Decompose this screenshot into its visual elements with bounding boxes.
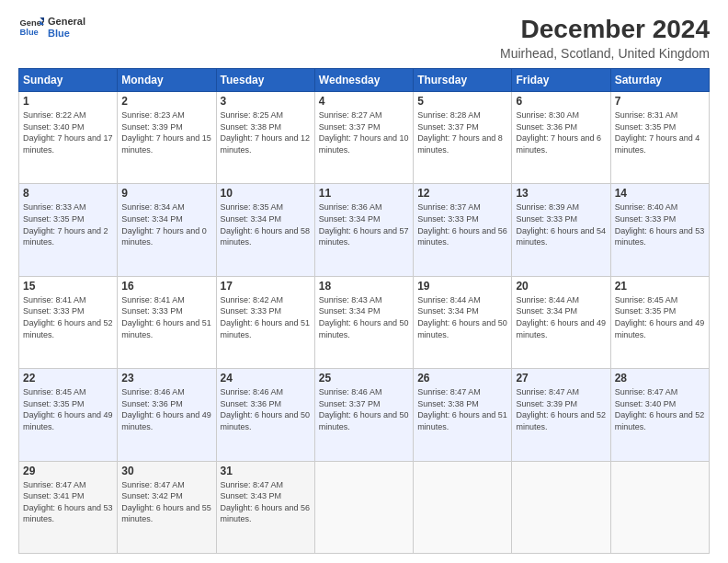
table-row: 30Sunrise: 8:47 AMSunset: 3:42 PMDayligh… [118, 461, 216, 553]
col-header-monday: Monday [118, 69, 216, 92]
day-number: 21 [615, 280, 705, 293]
day-info: Sunrise: 8:37 AMSunset: 3:33 PMDaylight:… [417, 201, 507, 247]
table-row: 25Sunrise: 8:46 AMSunset: 3:37 PMDayligh… [314, 369, 413, 461]
table-row: 22Sunrise: 8:45 AMSunset: 3:35 PMDayligh… [19, 369, 118, 461]
table-row: 13Sunrise: 8:39 AMSunset: 3:33 PMDayligh… [512, 184, 610, 276]
day-number: 26 [417, 372, 507, 385]
day-number: 6 [516, 95, 606, 108]
day-number: 1 [23, 95, 113, 108]
table-row: 5Sunrise: 8:28 AMSunset: 3:37 PMDaylight… [414, 92, 512, 184]
calendar-week-5: 29Sunrise: 8:47 AMSunset: 3:41 PMDayligh… [19, 461, 710, 553]
day-number: 11 [319, 187, 409, 200]
day-info: Sunrise: 8:41 AMSunset: 3:33 PMDaylight:… [121, 294, 211, 340]
day-number: 10 [221, 187, 311, 200]
calendar-header-row: SundayMondayTuesdayWednesdayThursdayFrid… [19, 69, 710, 92]
table-row: 11Sunrise: 8:36 AMSunset: 3:34 PMDayligh… [314, 184, 413, 276]
table-row: 6Sunrise: 8:30 AMSunset: 3:36 PMDaylight… [512, 92, 610, 184]
day-info: Sunrise: 8:23 AMSunset: 3:39 PMDaylight:… [121, 109, 211, 155]
day-info: Sunrise: 8:47 AMSunset: 3:40 PMDaylight:… [615, 386, 705, 432]
location-subtitle: Muirhead, Scotland, United Kingdom [500, 46, 710, 61]
col-header-sunday: Sunday [19, 69, 118, 92]
day-info: Sunrise: 8:47 AMSunset: 3:42 PMDaylight:… [121, 479, 211, 525]
day-number: 2 [121, 95, 211, 108]
day-number: 4 [319, 95, 409, 108]
col-header-thursday: Thursday [414, 69, 512, 92]
day-info: Sunrise: 8:46 AMSunset: 3:36 PMDaylight:… [121, 386, 211, 432]
page-header: General Blue General Blue December 2024 … [18, 15, 710, 61]
title-block: December 2024 Muirhead, Scotland, United… [500, 15, 710, 61]
table-row [610, 461, 709, 553]
table-row [314, 461, 413, 553]
col-header-friday: Friday [512, 69, 610, 92]
day-info: Sunrise: 8:30 AMSunset: 3:36 PMDaylight:… [516, 109, 606, 155]
day-info: Sunrise: 8:46 AMSunset: 3:37 PMDaylight:… [319, 386, 409, 432]
day-info: Sunrise: 8:43 AMSunset: 3:34 PMDaylight:… [319, 294, 409, 340]
table-row: 21Sunrise: 8:45 AMSunset: 3:35 PMDayligh… [610, 276, 709, 368]
day-number: 9 [121, 187, 211, 200]
col-header-wednesday: Wednesday [314, 69, 413, 92]
table-row [414, 461, 512, 553]
day-info: Sunrise: 8:27 AMSunset: 3:37 PMDaylight:… [319, 109, 409, 155]
day-info: Sunrise: 8:45 AMSunset: 3:35 PMDaylight:… [615, 294, 705, 340]
day-info: Sunrise: 8:34 AMSunset: 3:34 PMDaylight:… [121, 201, 211, 247]
day-info: Sunrise: 8:39 AMSunset: 3:33 PMDaylight:… [516, 201, 606, 247]
table-row: 1Sunrise: 8:22 AMSunset: 3:40 PMDaylight… [19, 92, 118, 184]
table-row: 4Sunrise: 8:27 AMSunset: 3:37 PMDaylight… [314, 92, 413, 184]
table-row: 2Sunrise: 8:23 AMSunset: 3:39 PMDaylight… [118, 92, 216, 184]
col-header-tuesday: Tuesday [216, 69, 314, 92]
table-row: 20Sunrise: 8:44 AMSunset: 3:34 PMDayligh… [512, 276, 610, 368]
day-number: 7 [615, 95, 705, 108]
logo-line2: Blue [48, 28, 85, 40]
day-number: 17 [221, 280, 311, 293]
table-row: 3Sunrise: 8:25 AMSunset: 3:38 PMDaylight… [216, 92, 314, 184]
table-row: 17Sunrise: 8:42 AMSunset: 3:33 PMDayligh… [216, 276, 314, 368]
table-row: 10Sunrise: 8:35 AMSunset: 3:34 PMDayligh… [216, 184, 314, 276]
day-info: Sunrise: 8:44 AMSunset: 3:34 PMDaylight:… [516, 294, 606, 340]
col-header-saturday: Saturday [610, 69, 709, 92]
table-row: 8Sunrise: 8:33 AMSunset: 3:35 PMDaylight… [19, 184, 118, 276]
day-number: 27 [516, 372, 606, 385]
day-number: 22 [23, 372, 113, 385]
calendar-page: General Blue General Blue December 2024 … [0, 0, 728, 563]
day-number: 8 [23, 187, 113, 200]
day-info: Sunrise: 8:47 AMSunset: 3:38 PMDaylight:… [417, 386, 507, 432]
svg-text:Blue: Blue [20, 28, 39, 37]
day-number: 28 [615, 372, 705, 385]
table-row: 16Sunrise: 8:41 AMSunset: 3:33 PMDayligh… [118, 276, 216, 368]
day-info: Sunrise: 8:28 AMSunset: 3:37 PMDaylight:… [417, 109, 507, 155]
table-row: 15Sunrise: 8:41 AMSunset: 3:33 PMDayligh… [19, 276, 118, 368]
day-number: 24 [221, 372, 311, 385]
table-row: 7Sunrise: 8:31 AMSunset: 3:35 PMDaylight… [610, 92, 709, 184]
day-info: Sunrise: 8:46 AMSunset: 3:36 PMDaylight:… [221, 386, 311, 432]
day-info: Sunrise: 8:47 AMSunset: 3:41 PMDaylight:… [23, 479, 113, 525]
table-row: 24Sunrise: 8:46 AMSunset: 3:36 PMDayligh… [216, 369, 314, 461]
table-row: 23Sunrise: 8:46 AMSunset: 3:36 PMDayligh… [118, 369, 216, 461]
day-info: Sunrise: 8:33 AMSunset: 3:35 PMDaylight:… [23, 201, 113, 247]
day-number: 5 [417, 95, 507, 108]
logo-icon: General Blue [18, 15, 44, 40]
logo-line1: General [48, 16, 85, 28]
day-info: Sunrise: 8:25 AMSunset: 3:38 PMDaylight:… [221, 109, 311, 155]
day-number: 23 [121, 372, 211, 385]
calendar-week-1: 1Sunrise: 8:22 AMSunset: 3:40 PMDaylight… [19, 92, 710, 184]
table-row [512, 461, 610, 553]
day-number: 29 [23, 465, 113, 477]
main-title: December 2024 [500, 15, 710, 44]
table-row: 31Sunrise: 8:47 AMSunset: 3:43 PMDayligh… [216, 461, 314, 553]
day-number: 15 [23, 280, 113, 293]
day-info: Sunrise: 8:35 AMSunset: 3:34 PMDaylight:… [221, 201, 311, 247]
day-number: 12 [417, 187, 507, 200]
day-number: 16 [121, 280, 211, 293]
table-row: 12Sunrise: 8:37 AMSunset: 3:33 PMDayligh… [414, 184, 512, 276]
day-info: Sunrise: 8:41 AMSunset: 3:33 PMDaylight:… [23, 294, 113, 340]
day-info: Sunrise: 8:31 AMSunset: 3:35 PMDaylight:… [615, 109, 705, 155]
calendar-week-3: 15Sunrise: 8:41 AMSunset: 3:33 PMDayligh… [19, 276, 710, 368]
table-row: 26Sunrise: 8:47 AMSunset: 3:38 PMDayligh… [414, 369, 512, 461]
day-number: 25 [319, 372, 409, 385]
calendar-week-4: 22Sunrise: 8:45 AMSunset: 3:35 PMDayligh… [19, 369, 710, 461]
day-info: Sunrise: 8:47 AMSunset: 3:43 PMDaylight:… [221, 479, 311, 525]
day-info: Sunrise: 8:47 AMSunset: 3:39 PMDaylight:… [516, 386, 606, 432]
day-number: 20 [516, 280, 606, 293]
table-row: 9Sunrise: 8:34 AMSunset: 3:34 PMDaylight… [118, 184, 216, 276]
day-info: Sunrise: 8:22 AMSunset: 3:40 PMDaylight:… [23, 109, 113, 155]
